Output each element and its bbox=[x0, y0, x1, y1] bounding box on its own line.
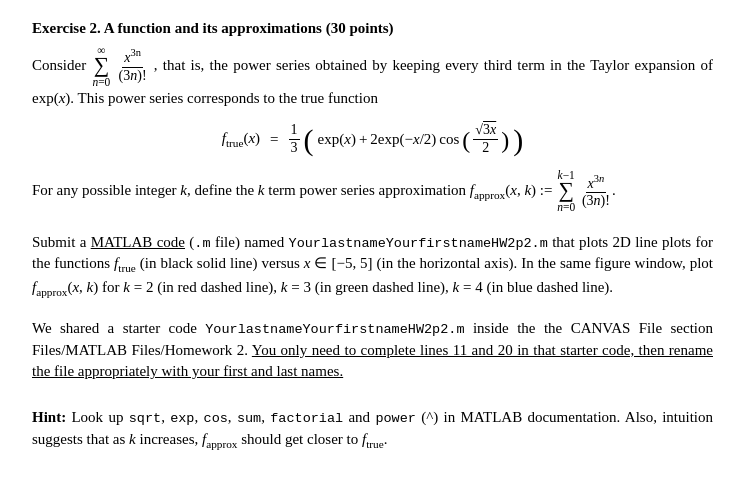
hint-cos: cos bbox=[204, 411, 228, 426]
math-block-formula: ftrue(x) = 1 3 ( exp(x) + 2exp(−x/2) cos… bbox=[32, 122, 713, 157]
hint-factorial: factorial bbox=[270, 411, 343, 426]
two-exp: 2exp(−x/2) bbox=[370, 129, 436, 151]
sum-sigma: ∑ bbox=[94, 56, 109, 76]
paragraph-4: We shared a starter code YourlastnameYou… bbox=[32, 318, 713, 383]
hint-bold-label: Hint: bbox=[32, 409, 66, 425]
formula: ftrue(x) = 1 3 ( exp(x) + 2exp(−x/2) cos… bbox=[222, 122, 523, 157]
p4-underline-text: You only need to complete lines 11 and 2… bbox=[32, 342, 713, 380]
one-third: 1 3 bbox=[289, 122, 300, 157]
p1-frac-den: (3n)! bbox=[117, 68, 149, 85]
equals: = bbox=[270, 129, 278, 151]
p2-sum-sigma: ∑ bbox=[558, 181, 573, 201]
hint-exp: exp bbox=[170, 411, 194, 426]
exercise-title: Exercise 2. A function and its approxima… bbox=[32, 18, 713, 40]
title-text: Exercise 2. A function and its approxima… bbox=[32, 20, 394, 36]
big-left-paren: ( bbox=[304, 125, 314, 155]
p2-frac-num: x3n bbox=[586, 173, 607, 193]
sqrt-frac: √3x 2 bbox=[473, 122, 498, 157]
paragraph-1: Consider ∞ ∑ n=0 x3n (3n)! , that is, th… bbox=[32, 44, 713, 110]
matlab-code-link[interactable]: MATLAB code bbox=[91, 234, 185, 250]
p4-filename: YourlastnameYourfirstnameHW2p2.m bbox=[205, 322, 464, 337]
p1-frac-num: x3n bbox=[122, 47, 143, 67]
formula-inner: exp(x) + 2exp(−x/2) cos ( √3x 2 ) bbox=[318, 122, 510, 157]
p2-fraction: x3n (3n)! bbox=[580, 173, 612, 210]
p1-before-sum: Consider bbox=[32, 57, 91, 73]
plus: + bbox=[359, 129, 367, 151]
hint-power: power bbox=[375, 411, 416, 426]
sum-subscript: n=0 bbox=[92, 76, 110, 89]
p3-filename: YourlastnameYourfirstnameHW2p2.m bbox=[289, 236, 548, 251]
medium-left-paren: ( bbox=[462, 128, 470, 152]
big-right-paren: ) bbox=[513, 125, 523, 155]
p1-sum: ∞ ∑ n=0 bbox=[92, 44, 110, 89]
hint-sum: sum bbox=[237, 411, 261, 426]
hint-sqrt: sqrt bbox=[129, 411, 161, 426]
f-true-label: ftrue(x) bbox=[222, 128, 260, 151]
paragraph-3: Submit a MATLAB code (.m file) named You… bbox=[32, 232, 713, 300]
p1-fraction: x3n (3n)! bbox=[117, 47, 149, 84]
exp-x: exp(x) bbox=[318, 129, 356, 151]
paragraph-2: For any possible integer k, define the k… bbox=[32, 169, 713, 214]
p2-frac-den: (3n)! bbox=[580, 193, 612, 210]
p2-sum: k−1 ∑ n=0 bbox=[557, 169, 575, 214]
p2-sum-subscript: n=0 bbox=[557, 201, 575, 214]
cos-label: cos bbox=[439, 129, 459, 151]
hint-section: Hint: Look up sqrt, exp, cos, sum, facto… bbox=[32, 407, 713, 452]
medium-right-paren: ) bbox=[501, 128, 509, 152]
